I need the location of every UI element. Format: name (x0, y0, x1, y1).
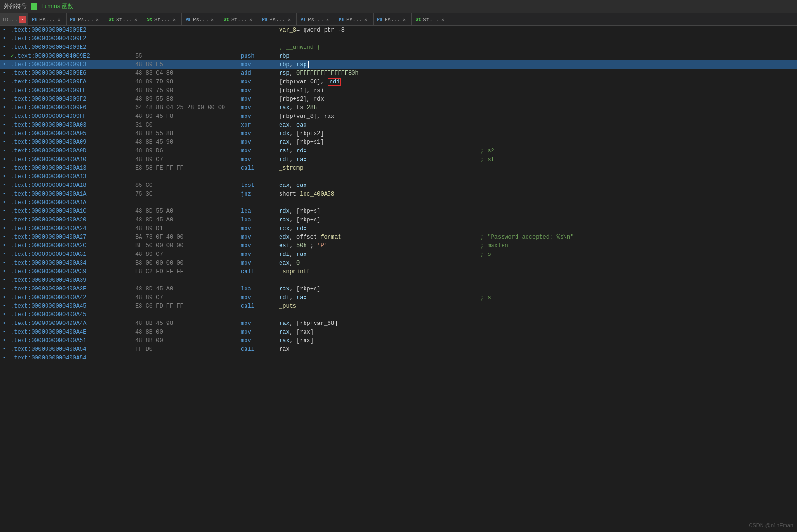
table-row[interactable]: •.text:0000000000400A0948 8B 45 90movrax… (0, 138, 797, 147)
code-area[interactable]: •.text:00000000004009E2var_8= qword ptr … (0, 26, 797, 532)
green-indicator (31, 3, 37, 10)
tab-close-1[interactable]: ✕ (58, 17, 60, 23)
tab-st-3[interactable]: St St... ✕ (220, 13, 258, 25)
table-row[interactable]: •.text:0000000000400A34B8 00 00 00 00mov… (0, 259, 797, 267)
bytes-col: 48 89 D1 (133, 224, 239, 233)
table-row[interactable]: •.text:00000000004009E2; __unwind { (0, 43, 797, 52)
comment-col (479, 104, 797, 112)
table-row[interactable]: •.text:00000000004009FF48 89 45 F8mov[rb… (0, 112, 797, 121)
address-col: .text:0000000000400A4A (9, 319, 133, 328)
tab-ps-1[interactable]: Ps Ps... ✕ (28, 13, 67, 25)
table-row[interactable]: •.text:0000000000400A0D48 89 D6movrsi, r… (0, 147, 797, 155)
table-row[interactable]: •.text:0000000000400A1A75 3Cjnzshort loc… (0, 190, 797, 198)
address-col: .text:0000000000400A31 (9, 250, 133, 259)
operands-col (277, 311, 479, 319)
table-row[interactable]: •.text:00000000004009E648 83 C4 80addrsp… (0, 69, 797, 78)
comment-col (479, 216, 797, 224)
table-row[interactable]: •.text:0000000000400A4A48 8B 45 98movrax… (0, 319, 797, 328)
table-row[interactable]: •.text:00000000004009E2 (0, 35, 797, 43)
operands-col: [rbp+var_68], rdi (277, 78, 479, 86)
table-row[interactable]: •.text:0000000000400A54FF D0callrax (0, 345, 797, 354)
table-row[interactable]: •.text:00000000004009E348 89 E5movrbp, r… (0, 60, 797, 69)
table-row[interactable]: •.text:0000000000400A2CBE 50 00 00 00mov… (0, 242, 797, 250)
tab-ps-4[interactable]: Ps Ps... ✕ (258, 13, 297, 25)
tab-st-1[interactable]: St St... ✕ (105, 13, 143, 25)
table-row[interactable]: •.text:0000000000400A2048 8D 45 A0learax… (0, 216, 797, 224)
table-row[interactable]: •.text:0000000000400A1A (0, 198, 797, 207)
table-row[interactable]: •.text:0000000000400A2448 89 D1movrcx, r… (0, 224, 797, 233)
tab-id[interactable]: ID... ✕ (0, 13, 28, 25)
table-row[interactable]: •.text:00000000004009EA48 89 7D 98mov[rb… (0, 78, 797, 86)
mnemonic-col (239, 35, 277, 43)
tab-ps-5[interactable]: Ps Ps... ✕ (297, 13, 335, 25)
tab-ps-7[interactable]: Ps Ps... ✕ (374, 13, 412, 25)
bytes-col: 48 89 E5 (133, 60, 239, 69)
table-row[interactable]: •.text:0000000000400A4248 89 C7movrdi, r… (0, 293, 797, 302)
address-col: .text:00000000004009E6 (9, 69, 133, 78)
table-row[interactable]: •.text:0000000000400A39 (0, 276, 797, 285)
table-row[interactable]: •.text:0000000000400A27BA 73 0F 40 00mov… (0, 233, 797, 242)
table-row[interactable]: •.text:0000000000400A45 (0, 311, 797, 319)
tab-close-11[interactable]: ✕ (441, 17, 444, 23)
comment-col (479, 336, 797, 345)
tab-close-7[interactable]: ✕ (288, 17, 291, 23)
table-row[interactable]: •.text:00000000004009F248 89 55 88mov[rb… (0, 95, 797, 104)
mnemonic-col: mov (239, 259, 277, 267)
table-row[interactable]: •.text:0000000000400A4E48 8B 00movrax, [… (0, 328, 797, 336)
operands-col: rax, [rbp+s1] (277, 138, 479, 147)
tab-close-4[interactable]: ✕ (173, 17, 176, 23)
bytes-col: FF D0 (133, 345, 239, 354)
table-row[interactable]: •.text:00000000004009F664 48 8B 04 25 28… (0, 104, 797, 112)
table-row[interactable]: •.text:00000000004009E2var_8= qword ptr … (0, 26, 797, 35)
tab-st-2[interactable]: St St... ✕ (143, 13, 182, 25)
table-row[interactable]: •.text:0000000000400A13E8 58 FE FF FFcal… (0, 164, 797, 173)
comment-col (479, 35, 797, 43)
mnemonic-col: mov (239, 242, 277, 250)
bytes-col: E8 58 FE FF FF (133, 164, 239, 173)
bytes-col: 48 89 75 90 (133, 86, 239, 95)
table-row[interactable]: •.text:00000000004009EE48 89 75 90mov[rb… (0, 86, 797, 95)
tab-ps-6[interactable]: Ps Ps... ✕ (335, 13, 374, 25)
mnemonic-col: lea (239, 216, 277, 224)
table-row[interactable]: •.text:0000000000400A45E8 C6 FD FF FFcal… (0, 302, 797, 311)
tab-close-2[interactable]: ✕ (96, 17, 99, 23)
dot-indicator: • (0, 302, 9, 311)
table-row[interactable]: •.text:0000000000400A39E8 C2 FD FF FFcal… (0, 267, 797, 276)
table-row[interactable]: •.text:0000000000400A0331 C0xoreax, eax (0, 121, 797, 129)
table-row[interactable]: •.text:0000000000400A3148 89 C7movrdi, r… (0, 250, 797, 259)
table-row[interactable]: •.text:0000000000400A0548 8B 55 88movrdx… (0, 129, 797, 138)
tab-close-5[interactable]: ✕ (211, 17, 214, 23)
operands-col: [rbp+var_8], rax (277, 112, 479, 121)
tab-close-8[interactable]: ✕ (326, 17, 329, 23)
mnemonic-col: mov (239, 155, 277, 164)
operands-col: _strcmp (277, 164, 479, 173)
tab-close-6[interactable]: ✕ (249, 17, 252, 23)
mnemonic-col (239, 43, 277, 52)
bytes-col: 48 8B 45 90 (133, 138, 239, 147)
ps-icon-5: Ps (300, 17, 306, 23)
table-row[interactable]: •.text:0000000000400A3E48 8D 45 A0learax… (0, 285, 797, 293)
mnemonic-col (239, 26, 277, 35)
tab-ps-2[interactable]: Ps Ps... ✕ (67, 13, 105, 25)
table-row[interactable]: •.text:0000000000400A54 (0, 354, 797, 362)
tab-ps-3[interactable]: Ps Ps... ✕ (182, 13, 220, 25)
tab-label-ps-1: Ps... (39, 17, 55, 23)
mnemonic-col (239, 311, 277, 319)
dot-indicator: • (0, 259, 9, 267)
tab-close-10[interactable]: ✕ (403, 17, 406, 23)
table-row[interactable]: •.text:0000000000400A1048 89 C7movrdi, r… (0, 155, 797, 164)
mnemonic-col: mov (239, 78, 277, 86)
table-row[interactable]: •.text:0000000000400A13 (0, 173, 797, 181)
bytes-col (133, 311, 239, 319)
tab-st-4[interactable]: St St... ✕ (412, 13, 450, 25)
tab-close-3[interactable]: ✕ (134, 17, 137, 23)
tab-close-9[interactable]: ✕ (364, 17, 367, 23)
tab-id-close[interactable]: ✕ (19, 16, 26, 23)
dot-indicator: • (0, 69, 9, 78)
comment-col (479, 311, 797, 319)
table-row[interactable]: •✓.text:00000000004009E255pushrbp (0, 52, 797, 60)
table-row[interactable]: •.text:0000000000400A1885 C0testeax, eax (0, 181, 797, 190)
comment-col (479, 173, 797, 181)
table-row[interactable]: •.text:0000000000400A1C48 8D 55 A0leardx… (0, 207, 797, 216)
table-row[interactable]: •.text:0000000000400A5148 8B 00movrax, [… (0, 336, 797, 345)
